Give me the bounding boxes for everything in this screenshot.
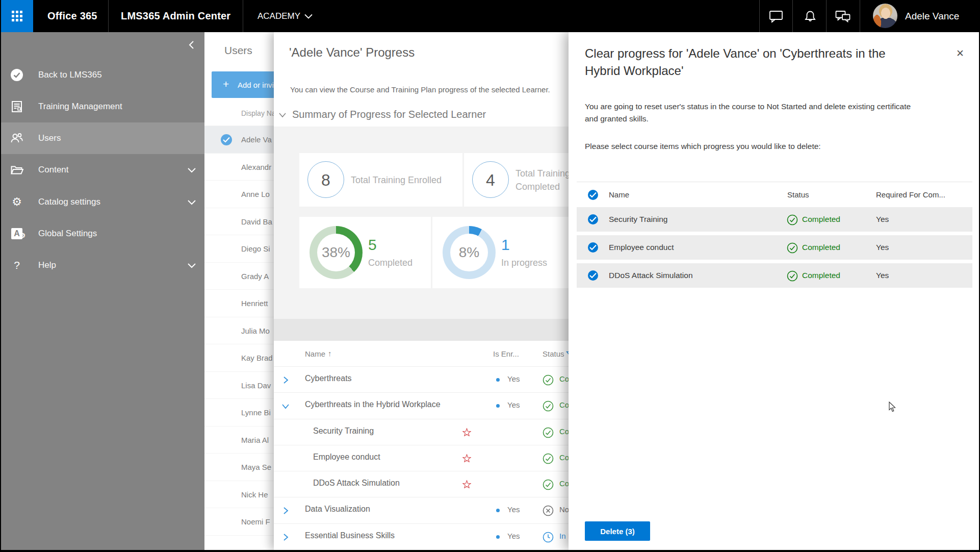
course-items-table-header: Name Status Required For Com... [577,182,972,207]
dialog-title: Clear progress for 'Adele Vance' on 'Cyb… [585,45,919,80]
clear-progress-panel: Clear progress for 'Adele Vance' on 'Cyb… [569,32,979,550]
admin-center-title[interactable]: LMS365 Admin Center [121,0,230,32]
status-completed-icon [787,242,798,254]
user-name: Adele Vance [905,0,959,32]
row-checkbox[interactable] [588,270,598,281]
course-item-row[interactable]: Employee conduct Completed Yes [577,235,972,260]
select-all-checkbox[interactable] [588,190,598,200]
waffle-icon [12,11,22,21]
column-status[interactable]: Status [787,190,809,199]
mouse-cursor [889,402,896,412]
course-items-table: Name Status Required For Com... Security… [577,182,972,291]
row-checkbox[interactable] [588,242,598,253]
user-avatar[interactable] [873,4,897,28]
dialog-body-text: You are going to reset user's status in … [585,101,915,125]
status-completed-icon [787,214,798,225]
close-icon[interactable]: ✕ [956,47,964,59]
feedback-icon[interactable] [835,10,850,23]
delete-button[interactable]: Delete (3) [585,521,650,541]
status-completed-icon [787,270,798,282]
chat-icon[interactable] [769,10,783,23]
notifications-bell-icon[interactable] [804,10,817,23]
course-item-row[interactable]: DDoS Attack Simulation Completed Yes [577,263,972,288]
tenant-chevron-down-icon [303,13,314,20]
column-name[interactable]: Name [609,190,629,199]
top-bar: Office 365 LMS365 Admin Center ACADEMY A… [0,0,980,32]
tenant-selector[interactable]: ACADEMY [257,0,300,32]
office-365-link[interactable]: Office 365 [47,0,97,32]
app-launcher-button[interactable] [1,0,33,32]
row-checkbox[interactable] [588,214,598,224]
course-item-row[interactable]: Security Training Completed Yes [577,207,972,232]
column-required[interactable]: Required For Com... [876,190,945,199]
dialog-instruction-text: Please select course items which progres… [585,142,821,151]
